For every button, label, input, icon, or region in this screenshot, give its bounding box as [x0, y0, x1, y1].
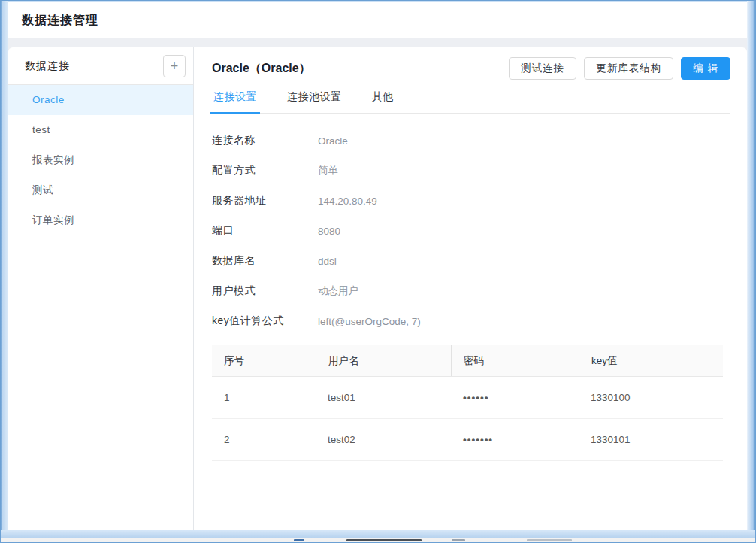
- field-value: 144.20.80.49: [318, 196, 377, 207]
- table-header-row: 序号 用户名 密码 key值: [212, 345, 723, 377]
- background-window-fragment: [452, 539, 465, 541]
- cell-password: •••••••: [451, 419, 579, 460]
- field-config-mode: 配置方式 简单: [212, 156, 730, 186]
- sidebar-item-oracle[interactable]: Oracle: [8, 85, 193, 115]
- tabs-bar: 连接设置 连接池设置 其他: [212, 83, 730, 114]
- update-schema-button[interactable]: 更新库表结构: [584, 57, 673, 80]
- header-divider-band: [8, 38, 747, 47]
- cell-password: ••••••: [451, 377, 579, 418]
- sidebar-title: 数据连接: [25, 59, 70, 73]
- field-label: 用户模式: [212, 284, 318, 298]
- field-value: 简单: [318, 164, 338, 177]
- users-table: 序号 用户名 密码 key值 1 test01 •••••• 1330100 2…: [212, 345, 723, 461]
- connection-title: Oracle（Oracle）: [212, 61, 509, 77]
- sidebar: 数据连接 + Oracle test 报表实例 测试 订单实例: [8, 47, 194, 530]
- field-label: 配置方式: [212, 164, 318, 177]
- connection-fields: 连接名称 Oracle 配置方式 简单 服务器地址 144.20.80.49 端…: [212, 126, 730, 336]
- cell-username: test01: [316, 377, 451, 418]
- edit-button[interactable]: 编 辑: [681, 57, 730, 80]
- field-label: 端口: [212, 224, 318, 238]
- sidebar-item-test[interactable]: test: [8, 115, 193, 145]
- sidebar-item-ceshi[interactable]: 测试: [8, 175, 193, 205]
- field-label: 连接名称: [212, 134, 318, 147]
- field-value: ddsl: [318, 256, 337, 267]
- add-connection-button[interactable]: +: [163, 55, 186, 77]
- field-port: 端口 8080: [212, 216, 730, 246]
- window-frame-right: [747, 1, 755, 542]
- table-header-keyvalue: key值: [579, 345, 723, 376]
- background-window-fragment: [294, 539, 304, 541]
- background-window-fragment: [346, 539, 422, 541]
- data-connection-manager: 数据连接管理 数据连接 + Oracle test 报表实例 测试 订单实例: [8, 2, 747, 530]
- table-header-index: 序号: [212, 345, 316, 376]
- panel-title-row: Oracle（Oracle） 测试连接 更新库表结构 编 辑: [212, 47, 730, 83]
- field-value: left(@userOrgCode, 7): [318, 316, 421, 327]
- plus-icon: +: [171, 59, 179, 74]
- test-connection-button[interactable]: 测试连接: [509, 57, 576, 80]
- sidebar-item-order-instance[interactable]: 订单实例: [8, 205, 193, 235]
- table-row: 2 test02 ••••••• 1330101: [212, 419, 723, 461]
- field-label: key值计算公式: [212, 314, 318, 328]
- tab-other[interactable]: 其他: [370, 90, 395, 113]
- app-window: 数据连接管理 数据连接 + Oracle test 报表实例 测试 订单实例: [0, 0, 756, 543]
- field-label: 服务器地址: [212, 194, 318, 208]
- top-header: 数据连接管理: [8, 2, 747, 38]
- table-header-password: 密码: [451, 345, 579, 376]
- field-server-address: 服务器地址 144.20.80.49: [212, 186, 730, 216]
- field-value: 动态用户: [318, 284, 358, 298]
- window-frame-left: [1, 1, 8, 542]
- field-user-mode: 用户模式 动态用户: [212, 276, 730, 306]
- field-key-formula: key值计算公式 left(@userOrgCode, 7): [212, 306, 730, 336]
- cell-index: 2: [212, 419, 316, 460]
- cell-index: 1: [212, 377, 316, 418]
- window-frame-bottom: [1, 530, 755, 538]
- main-panel: Oracle（Oracle） 测试连接 更新库表结构 编 辑 连接设置 连接池设…: [194, 47, 747, 530]
- table-row: 1 test01 •••••• 1330100: [212, 377, 723, 419]
- field-label: 数据库名: [212, 254, 318, 268]
- field-value: 8080: [318, 226, 340, 237]
- background-window-fragment: [527, 539, 572, 541]
- background-window-sliver: [1, 538, 755, 542]
- sidebar-header: 数据连接 +: [8, 47, 193, 85]
- sidebar-item-report-instance[interactable]: 报表实例: [8, 145, 193, 175]
- tab-connection-settings[interactable]: 连接设置: [212, 90, 259, 113]
- table-header-username: 用户名: [316, 345, 451, 376]
- cell-keyvalue: 1330100: [579, 377, 723, 418]
- page-title: 数据连接管理: [22, 13, 98, 29]
- cell-keyvalue: 1330101: [579, 419, 723, 460]
- tab-connection-pool-settings[interactable]: 连接池设置: [286, 90, 343, 113]
- field-connection-name: 连接名称 Oracle: [212, 126, 730, 156]
- cell-username: test02: [316, 419, 451, 460]
- field-value: Oracle: [318, 135, 348, 147]
- field-database-name: 数据库名 ddsl: [212, 246, 730, 276]
